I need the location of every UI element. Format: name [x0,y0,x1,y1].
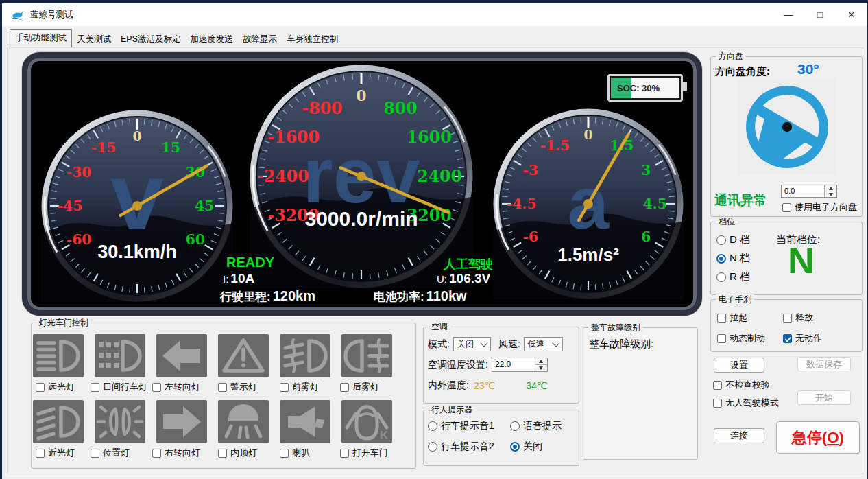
soc-label: SOC: 30% [617,83,660,93]
tab-manual-function-test[interactable]: 手动功能测试 [10,29,72,48]
turn-right-icon[interactable] [156,400,207,443]
fault-level-label: 整车故障级别: [589,338,653,351]
drl-row: 日间行车灯 [91,381,147,393]
dome-light-icon[interactable] [218,400,269,443]
emergency-stop-button[interactable]: 急停(O) [776,421,860,454]
handbrake-pull-checkbox[interactable] [717,314,726,323]
no-check-checkbox[interactable] [713,381,722,390]
spin-up-button[interactable] [535,358,547,364]
svg-text:-15: -15 [91,139,117,156]
hazard-row: 警示灯 [218,381,257,393]
steering-angle-label: 方向盘角度: [715,65,770,78]
daytime-running-light-icon[interactable] [95,334,145,377]
svg-text:0: 0 [356,86,366,104]
rear-fog-row: 后雾灯 [340,381,379,393]
minimize-button[interactable]: — [773,3,804,26]
steering-angle-input-row: 0.0 [781,185,837,198]
spin-down-button[interactable] [825,191,836,197]
high-beam-icon[interactable] [33,334,84,377]
rear-fog-checkbox[interactable] [340,383,349,392]
svg-text:800: 800 [383,99,417,118]
svg-text:-45: -45 [58,198,83,214]
steering-angle-spinbox[interactable]: 0.0 [781,185,837,198]
close-button[interactable]: ✕ [836,3,867,26]
drl-checkbox[interactable] [91,383,99,392]
turn-left-checkbox[interactable] [152,383,161,392]
tab-acceleration-send[interactable]: 加速度发送 [186,32,239,48]
svg-text:-800: -800 [302,99,342,118]
high-beam-row: 远光灯 [36,381,75,393]
rear-fog-icon[interactable] [341,334,392,377]
dome-light-row: 内顶灯 [218,447,257,459]
steering-group-title: 方向盘 [716,51,746,61]
turn-left-icon[interactable] [156,334,207,377]
gear-n-radio[interactable] [716,254,726,264]
low-beam-checkbox[interactable] [36,449,45,458]
fault-level-group: 整车故障级别 整车故障级别: [583,327,698,460]
position-light-icon[interactable] [95,400,145,443]
gear-r-radio[interactable] [716,272,726,282]
gear-n-option: N 档 [716,252,750,265]
handbrake-release-checkbox[interactable] [783,314,792,323]
svg-text:0: 0 [583,127,592,142]
soc-battery-indicator: SOC: 30% [607,74,683,102]
electronic-steering-checkbox[interactable] [782,203,791,212]
pedestrian-voice-radio[interactable] [510,421,520,431]
tab-body-independent-control[interactable]: 车身独立控制 [282,32,343,48]
svg-text:45: 45 [195,198,214,214]
handbrake-noaction-option: 无动作 [783,332,822,344]
pedestrian-sound1-option: 行车提示音1 [428,420,494,432]
position-light-checkbox[interactable] [91,449,99,458]
ready-status: READY [226,255,274,270]
lights-doors-group: 灯光车门控制 [31,323,416,469]
electronic-steering-option: 使用电子方向盘 [782,201,857,213]
front-fog-row: 前雾灯 [280,381,319,393]
tab-fault-display[interactable]: 故障显示 [238,32,282,48]
svg-text:-6: -6 [523,229,538,245]
unmanned-mode-checkbox[interactable] [713,399,722,408]
settings-button[interactable]: 设置 [714,358,764,373]
dome-light-checkbox[interactable] [218,449,227,458]
ac-group-title: 空调 [429,322,450,331]
start-button[interactable]: 开始 [797,390,851,405]
turn-right-row: 右转向灯 [152,447,200,459]
tab-eps-calibration[interactable]: EPS激活及标定 [116,32,186,48]
front-fog-checkbox[interactable] [280,383,289,392]
ac-temp-spinbox[interactable]: 22.0 [492,358,548,372]
turn-right-checkbox[interactable] [152,449,161,458]
gear-group: 档位 D 档 N 档 R 档 当前档位: N [710,222,863,295]
maximize-button[interactable]: □ [804,3,836,26]
save-data-button[interactable]: 数据保存 [797,357,851,371]
low-beam-icon[interactable] [33,400,84,443]
ac-mode-row: 模式: 关闭 风速: 低速 [428,337,563,351]
pedestrian-sound2-radio[interactable] [428,442,437,452]
low-beam-row: 近光灯 [36,447,75,459]
horn-icon[interactable] [280,400,330,443]
svg-text:-2400: -2400 [257,167,309,186]
pedestrian-sound1-radio[interactable] [428,421,437,431]
gear-d-option: D 档 [716,233,750,246]
fault-level-group-title: 整车故障级别 [588,323,643,332]
tab-bar: 手动功能测试 天美测试 EPS激活及标定 加速度发送 故障显示 车身独立控制 [10,32,343,48]
pedestrian-off-radio[interactable] [510,442,520,452]
spin-up-button[interactable] [825,185,836,191]
horn-checkbox[interactable] [280,449,289,458]
svg-text:6: 6 [641,229,651,245]
handbrake-dynamic-checkbox[interactable] [717,334,726,343]
current-readout: I: 10A [223,271,254,286]
svg-text:-3: -3 [523,162,538,178]
spin-down-button[interactable] [535,364,547,371]
hazard-checkbox[interactable] [218,383,227,392]
tab-tianmei-test[interactable]: 天美测试 [72,32,116,48]
front-fog-icon[interactable] [280,334,330,377]
high-beam-checkbox[interactable] [36,383,45,392]
connect-button[interactable]: 连接 [714,428,764,443]
handbrake-noaction-checkbox[interactable] [783,334,792,343]
gear-d-radio[interactable] [716,235,726,245]
door-open-checkbox[interactable] [340,449,349,458]
pedestrian-alert-group: 行人提示器 行车提示音1 语音提示 行车提示音2 关闭 [423,410,579,466]
ac-mode-select[interactable]: 关闭 [453,337,491,351]
ac-fan-select[interactable]: 低速 [524,337,563,351]
hazard-warning-icon[interactable] [218,334,269,377]
door-open-icon[interactable]: K [341,400,392,443]
